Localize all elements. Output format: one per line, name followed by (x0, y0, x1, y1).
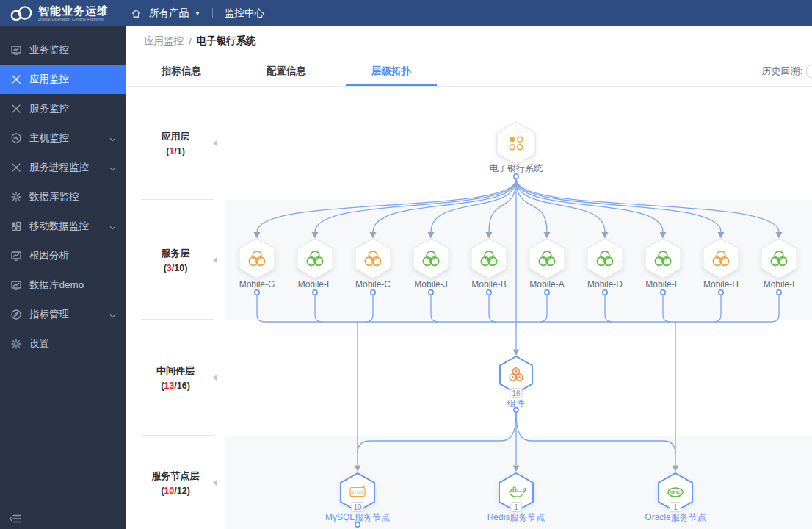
layer-collapse-arrow[interactable] (213, 375, 217, 381)
collapse-sidebar-icon[interactable] (9, 514, 22, 523)
layer-count: (3/10) (164, 263, 188, 273)
sidebar-item[interactable]: 数据库demo (0, 270, 126, 300)
service-node-label: Mobile-I (764, 279, 795, 289)
sidebar-item-label: 根因分析 (29, 249, 69, 262)
layer-row: 应用层(1/1) (126, 86, 225, 200)
sidebar-item-label: 数据库监控 (29, 190, 79, 204)
mobile-data-icon (10, 220, 22, 232)
service-node[interactable] (469, 237, 509, 281)
breadcrumb-separator: / (189, 36, 192, 47)
sidebar-menu: 业务监控应用监控服务监控主机监控服务进程监控数据库监控移动数据监控根因分析数据库… (0, 26, 126, 359)
sidebar-item-label: 应用监控 (29, 73, 69, 86)
service-node-label: Mobile-A (529, 279, 564, 289)
sidebar: 业务监控应用监控服务监控主机监控服务进程监控数据库监控移动数据监控根因分析数据库… (0, 26, 126, 529)
service-node[interactable] (585, 237, 625, 281)
brand: 智能业务运维 Digital Operation Central Platfor… (0, 4, 126, 22)
layer-count: (1/1) (166, 146, 185, 156)
breadcrumb: 应用监控 / 电子银行系统 (126, 26, 812, 56)
middleware-node-label: 组件 (507, 397, 525, 410)
sidebar-item[interactable]: 数据库监控 (0, 182, 126, 212)
host-monitor-icon (10, 132, 22, 144)
layer-count: (10/12) (161, 486, 190, 496)
service-node-label: Mobile-C (355, 279, 391, 289)
home-icon[interactable] (131, 8, 142, 19)
process-monitor-icon (10, 162, 22, 173)
cloud-logo-icon (9, 4, 34, 22)
service-node[interactable] (643, 237, 683, 281)
layer-collapse-arrow[interactable] (213, 480, 217, 486)
service-node-label: Mobile-E (645, 279, 680, 289)
history-playback-label: 历史回溯: (761, 65, 802, 78)
sidebar-item[interactable]: 应用监控 (0, 65, 126, 94)
service-node[interactable] (353, 237, 393, 281)
svg-text:MySQL: MySQL (351, 490, 363, 494)
tab[interactable]: 层级拓扑 (344, 56, 439, 86)
app-subtitle: Digital Operation Central Platform (38, 18, 109, 22)
count-badge: 16 (510, 388, 522, 398)
sidebar-item[interactable]: 业务监控 (0, 35, 126, 65)
service-node[interactable] (411, 237, 451, 281)
sidebar-item[interactable]: 服务进程监控 (0, 153, 126, 182)
service-node[interactable] (759, 237, 799, 281)
layer-row: 中间件层(13/16) (126, 320, 225, 436)
nav-divider (212, 8, 213, 18)
database-demo-icon (10, 279, 22, 291)
chevron-down-icon (109, 309, 116, 320)
service-node-label: Mobile-B (471, 279, 506, 289)
all-products-menu[interactable]: 所有产品 ▼ (149, 7, 200, 20)
top-navbar: 智能业务运维 Digital Operation Central Platfor… (0, 0, 812, 26)
root-app-node[interactable] (495, 120, 537, 167)
layer-collapse-arrow[interactable] (213, 257, 217, 263)
tab[interactable]: 指标信息 (134, 56, 229, 86)
chart-monitor-icon (10, 44, 22, 56)
layer-count: (13/16) (161, 381, 190, 391)
sidebar-item[interactable]: 服务监控 (0, 94, 126, 123)
db-node-label: Redis服务节点 (487, 511, 545, 524)
caret-down-icon: ▼ (195, 10, 200, 17)
service-node-label: Mobile-D (587, 279, 623, 289)
service-node[interactable] (295, 237, 335, 281)
sidebar-item[interactable]: 根因分析 (0, 241, 126, 270)
layer-name: 服务层 (162, 247, 190, 260)
root-app-label: 电子银行系统 (490, 162, 543, 175)
all-products-label: 所有产品 (149, 7, 189, 20)
sidebar-item[interactable]: 指标管理 (0, 300, 126, 329)
active-tab-underline (346, 84, 437, 86)
sidebar-item-label: 设置 (29, 337, 49, 350)
sidebar-item[interactable]: 主机监控 (0, 123, 126, 153)
panel-divider (225, 86, 225, 529)
chevron-down-icon (109, 221, 116, 232)
sidebar-item[interactable]: 设置 (0, 329, 126, 359)
count-badge: 1 (670, 502, 681, 512)
sidebar-item-label: 服务进程监控 (29, 161, 89, 174)
chevron-down-icon (109, 133, 116, 144)
service-node[interactable] (701, 237, 741, 281)
service-node-label: Mobile-J (414, 279, 447, 289)
service-node[interactable] (237, 237, 277, 281)
db-node-label: Oracle服务节点 (645, 511, 706, 524)
monitor-center-link[interactable]: 监控中心 (225, 7, 264, 20)
service-node[interactable] (527, 237, 567, 281)
breadcrumb-section[interactable]: 应用监控 (144, 35, 184, 48)
history-playback[interactable]: 历史回溯: (761, 64, 812, 79)
layer-name: 中间件层 (156, 364, 195, 378)
sidebar-item-label: 业务监控 (29, 43, 69, 57)
app-title: 智能业务运维 (38, 5, 109, 16)
layer-row: 服务层(3/10) (126, 200, 225, 320)
history-toggle-cutoff[interactable] (806, 64, 812, 79)
service-node-label: Mobile-G (239, 279, 275, 289)
count-badge: 1 (510, 502, 522, 512)
database-monitor-icon (10, 191, 22, 203)
service-node-label: Mobile-F (298, 279, 333, 289)
tab[interactable]: 配置信息 (239, 56, 334, 86)
layer-collapse-arrow[interactable] (213, 140, 217, 146)
layer-row: 服务节点层(10/12) (126, 436, 225, 529)
db-node-label: MySQL服务节点 (325, 511, 390, 524)
sidebar-item-label: 移动数据监控 (29, 220, 89, 233)
service-monitor-icon (10, 103, 22, 115)
sidebar-item[interactable]: 移动数据监控 (0, 212, 126, 241)
sidebar-item-label: 主机监控 (29, 132, 69, 145)
tab-bar: 指标信息配置信息层级拓扑 历史回溯: (126, 56, 812, 87)
svg-text:ORCL: ORCL (670, 490, 681, 494)
layer-name: 应用层 (162, 130, 190, 143)
